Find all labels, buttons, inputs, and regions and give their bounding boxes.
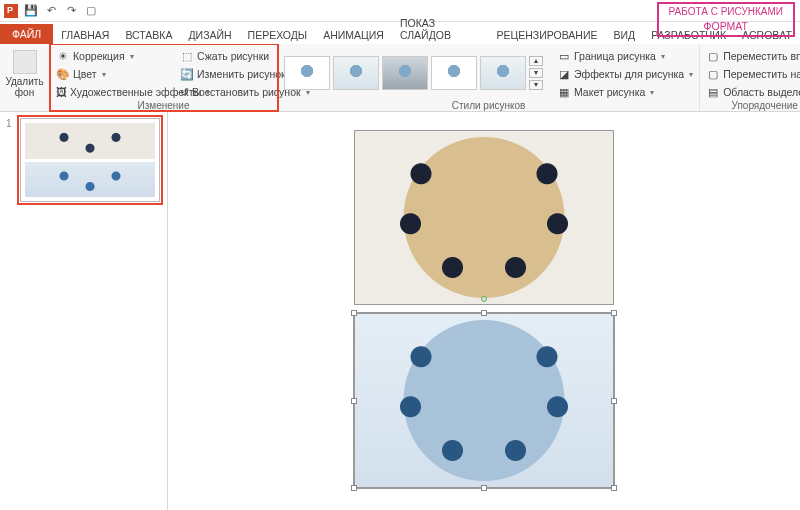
ribbon-tabs: ФАЙЛ ГЛАВНАЯ ВСТАВКА ДИЗАЙН ПЕРЕХОДЫ АНИ… xyxy=(0,22,800,44)
adjust-group: ☀Коррекция 🎨Цвет 🖼Художественные эффекты… xyxy=(50,44,278,111)
styles-group-label: Стили рисунков xyxy=(282,100,695,112)
artistic-icon: 🖼 xyxy=(56,85,67,99)
remove-background-label: Удалить фон xyxy=(4,76,45,98)
rotate-handle[interactable] xyxy=(481,296,487,302)
save-icon[interactable]: 💾 xyxy=(24,4,38,18)
resize-handle-tm[interactable] xyxy=(481,310,487,316)
color-button[interactable]: 🎨Цвет xyxy=(54,66,174,82)
app-icon xyxy=(4,4,18,18)
picture-styles-gallery: ▴ ▾ ▾ xyxy=(282,52,545,94)
tab-file[interactable]: ФАЙЛ xyxy=(0,24,53,44)
resize-handle-bm[interactable] xyxy=(481,485,487,491)
gallery-down-icon[interactable]: ▾ xyxy=(529,68,543,78)
resize-handle-tr[interactable] xyxy=(611,310,617,316)
resize-handle-br[interactable] xyxy=(611,485,617,491)
bring-forward-button[interactable]: ▢Переместить вперед xyxy=(704,48,800,64)
reset-icon: ↺ xyxy=(180,85,189,99)
layout-icon: ▦ xyxy=(557,85,571,99)
resize-handle-tl[interactable] xyxy=(351,310,357,316)
slide-canvas[interactable] xyxy=(168,112,800,510)
context-title: РАБОТА С РИСУНКАМИ xyxy=(661,5,791,18)
picture-layout-button[interactable]: ▦Макет рисунка xyxy=(555,84,695,100)
resize-handle-ml[interactable] xyxy=(351,398,357,404)
slide-image-original[interactable] xyxy=(354,130,614,305)
send-backward-button[interactable]: ▢Переместить назад xyxy=(704,66,800,82)
style-thumb-2[interactable] xyxy=(333,56,379,90)
thumb-image-top xyxy=(25,123,155,159)
arrange-group-label: Упорядочение xyxy=(704,100,800,112)
remove-background-icon xyxy=(13,50,37,74)
style-thumb-1[interactable] xyxy=(284,56,330,90)
change-picture-icon: 🔄 xyxy=(180,67,194,81)
adjust-group-label: Изменение xyxy=(54,100,273,112)
selection-pane-icon: ▤ xyxy=(706,85,720,99)
remove-background-button[interactable]: Удалить фон xyxy=(4,46,45,98)
tab-transitions[interactable]: ПЕРЕХОДЫ xyxy=(240,26,316,44)
send-backward-icon: ▢ xyxy=(706,67,720,81)
gallery-up-icon[interactable]: ▴ xyxy=(529,56,543,66)
picture-effects-button[interactable]: ◪Эффекты для рисунка xyxy=(555,66,695,82)
slide-number: 1 xyxy=(6,118,18,129)
thumb-image-bottom xyxy=(25,162,155,198)
tab-format[interactable]: ФОРМАТ xyxy=(661,18,791,34)
selection-pane-button[interactable]: ▤Область выделения xyxy=(704,84,800,100)
compress-icon: ⬚ xyxy=(180,49,194,63)
resize-handle-mr[interactable] xyxy=(611,398,617,404)
tab-view[interactable]: ВИД xyxy=(605,26,643,44)
style-thumb-5[interactable] xyxy=(480,56,526,90)
slide-thumbnail-1[interactable] xyxy=(20,118,160,202)
tab-review[interactable]: РЕЦЕНЗИРОВАНИЕ xyxy=(489,26,606,44)
undo-icon[interactable]: ↶ xyxy=(44,4,58,18)
workspace: 1 xyxy=(0,112,800,510)
ribbon: Удалить фон ☀Коррекция 🎨Цвет 🖼Художестве… xyxy=(0,44,800,112)
border-icon: ▭ xyxy=(557,49,571,63)
picture-tools-context: РАБОТА С РИСУНКАМИ ФОРМАТ xyxy=(657,2,795,37)
effects-icon: ◪ xyxy=(557,67,571,81)
tab-design[interactable]: ДИЗАЙН xyxy=(180,26,239,44)
tab-home[interactable]: ГЛАВНАЯ xyxy=(53,26,117,44)
change-picture-button[interactable]: 🔄Изменить рисунок xyxy=(178,66,278,82)
tab-animation[interactable]: АНИМАЦИЯ xyxy=(315,26,392,44)
redo-icon[interactable]: ↷ xyxy=(64,4,78,18)
tab-slideshow[interactable]: ПОКАЗ СЛАЙДОВ xyxy=(392,14,489,44)
tab-insert[interactable]: ВСТАВКА xyxy=(117,26,180,44)
resize-handle-bl[interactable] xyxy=(351,485,357,491)
style-thumb-3[interactable] xyxy=(382,56,428,90)
compress-pictures-button[interactable]: ⬚Сжать рисунки xyxy=(178,48,278,64)
reset-picture-button[interactable]: ↺Восстановить рисунок xyxy=(178,84,278,100)
gallery-more-icon[interactable]: ▾ xyxy=(529,80,543,90)
artistic-effects-button[interactable]: 🖼Художественные эффекты xyxy=(54,84,174,100)
color-icon: 🎨 xyxy=(56,67,70,81)
bring-forward-icon: ▢ xyxy=(706,49,720,63)
brightness-icon: ☀ xyxy=(56,49,70,63)
style-thumb-4[interactable] xyxy=(431,56,477,90)
slideshow-icon[interactable]: ▢ xyxy=(84,4,98,18)
gallery-scroll: ▴ ▾ ▾ xyxy=(529,56,543,90)
corrections-button[interactable]: ☀Коррекция xyxy=(54,48,174,64)
picture-border-button[interactable]: ▭Граница рисунка xyxy=(555,48,695,64)
slide-thumbnails-pane: 1 xyxy=(0,112,168,510)
slide-image-recolored[interactable] xyxy=(354,313,614,488)
